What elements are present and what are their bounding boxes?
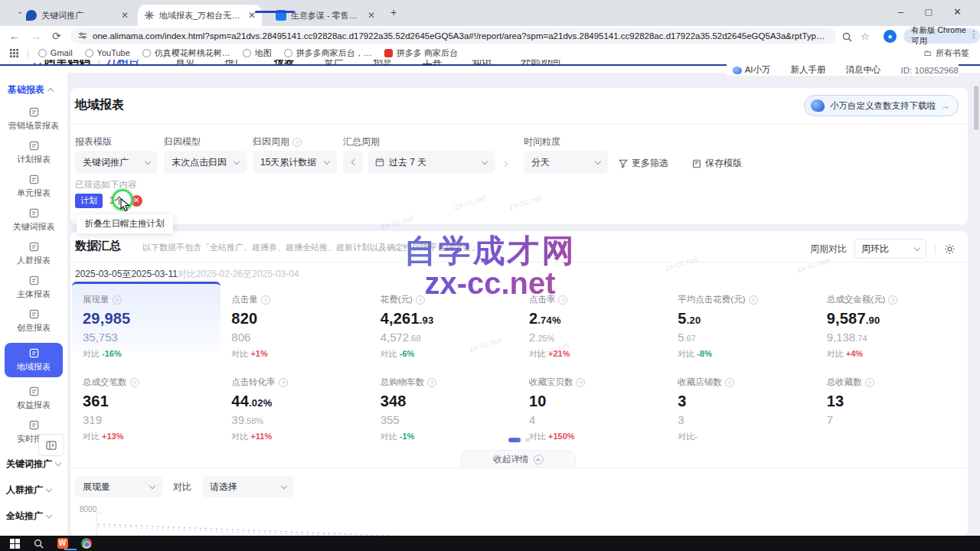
account-id: ID: 108252968	[901, 66, 959, 75]
chevron-left-icon	[351, 159, 357, 165]
sidebar-item-plan-report[interactable]: 计划报表	[0, 140, 67, 165]
help-icon: ?	[749, 295, 758, 305]
sidebar-item-creative-report[interactable]: 创意报表	[0, 308, 67, 334]
metric-card-item-favorites[interactable]: 收藏宝贝数? 10 4 对比 +150%	[518, 364, 667, 435]
active-app-indicator	[64, 549, 77, 550]
sidebar-group-basic-reports[interactable]: 基础报表	[0, 73, 67, 98]
metric-card-cost[interactable]: 花费(元)? 4,261.93 4,572.68 对比 -6%	[370, 282, 518, 352]
ai-xiaowan-button[interactable]: AI小万	[733, 64, 771, 76]
tab-close-icon[interactable]: ✕	[368, 11, 375, 20]
sidebar-section-sitewide-promotion[interactable]: 全站推广	[0, 510, 67, 523]
page-dot[interactable]	[525, 438, 530, 442]
chart-metric-select[interactable]: 展现量	[75, 476, 162, 497]
metric-card-clicks[interactable]: 点击量? 820 806 对比 +1%	[220, 282, 369, 352]
url-field[interactable]: one.alimama.com/index.html?spm=a21dvs.28…	[70, 28, 836, 44]
bookmark-sakura[interactable]: 仿真樱花树桃花树…	[142, 47, 230, 59]
divider	[70, 468, 968, 468]
metric-card-impressions[interactable]: 展现量? 29,985 35,753 对比 -16%	[72, 282, 220, 352]
date-range-select[interactable]: 过去 7 天	[368, 151, 495, 174]
new-tab-button[interactable]: +	[390, 6, 397, 18]
window-close-button[interactable]: ✕	[953, 6, 962, 18]
alimama-favicon-icon	[26, 10, 37, 21]
taskbar-search-icon[interactable]	[33, 538, 44, 549]
forward-button[interactable]: →	[31, 30, 41, 42]
granularity-select[interactable]: 分天	[524, 151, 608, 174]
metric-card-avg-cpc[interactable]: 平均点击花费(元)? 5.20 5.67 对比 -8%	[667, 282, 815, 352]
page-dot-active[interactable]	[508, 438, 521, 442]
site-settings-icon[interactable]	[78, 31, 87, 41]
plan-chip[interactable]: 计划	[75, 194, 103, 208]
sidebar-item-marketing-scene-report[interactable]: 营销场景报表	[0, 106, 67, 132]
metric-card-orders[interactable]: 总成交笔数? 361 319 对比 +13%	[72, 364, 220, 435]
help-icon: ?	[416, 295, 425, 305]
report-icon	[28, 386, 40, 397]
settings-gear-icon[interactable]	[944, 243, 956, 255]
metric-card-cvr[interactable]: 点击转化率? 44.02% 39.58% 对比 +11%	[220, 364, 369, 435]
chart-controls: 展现量 对比 请选择	[75, 476, 294, 497]
compare-select[interactable]: 周环比	[854, 239, 926, 259]
metric-card-carts[interactable]: 总购物车数? 348 355 对比 -1%	[370, 364, 518, 435]
sidebar-item-rights-report[interactable]: 权益报表	[0, 386, 67, 411]
metric-card-total-favorites[interactable]: 总收藏数? 13 7	[816, 364, 965, 435]
chrome-update-chip[interactable]: 有新版 Chrome 可用	[903, 28, 980, 44]
sidebar-item-area-report[interactable]: 地域报表	[5, 343, 63, 377]
help-icon: ?	[888, 295, 897, 305]
bookmark-star-icon[interactable]: ☆	[861, 31, 870, 42]
browser-tab[interactable]: 关键词推广 ✕	[20, 5, 135, 26]
profile-avatar[interactable]: ●	[884, 30, 897, 43]
wps-app-icon[interactable]: W	[57, 538, 68, 549]
reload-button[interactable]: ⟳	[52, 30, 61, 42]
metric-card-ctr[interactable]: 点击率? 2.74% 2.25% 对比 +21%	[518, 282, 667, 352]
sidebar-collapse-button[interactable]	[38, 434, 64, 456]
wanxiangtai-favicon-icon	[144, 10, 155, 21]
chrome-app-icon[interactable]	[80, 538, 92, 549]
template-select[interactable]: 关键词推广	[75, 151, 158, 174]
more-filters-button[interactable]: 更多筛选	[619, 157, 668, 170]
scrollbar-thumb[interactable]	[974, 86, 978, 130]
header-right-links: AI小万 新人手册 消息中心 ID: 108252968	[727, 64, 959, 76]
apps-grid-icon[interactable]	[9, 48, 19, 58]
metric-card-gmv[interactable]: 总成交金额(元)? 9,587.90 9,138.74 对比 +4%	[816, 282, 965, 352]
bookmark-gmail[interactable]: Gmail	[38, 48, 73, 57]
bookmark-pdd-seller[interactable]: 拼多多商家后台，…	[284, 47, 372, 59]
chevron-down-icon	[324, 158, 330, 164]
collapse-details-button[interactable]: 收起详情	[461, 450, 576, 468]
browser-tab-active[interactable]: 地域报表_万相台无界版 ✕	[138, 5, 262, 26]
message-center-link[interactable]: 消息中心	[846, 64, 881, 76]
browser-tab[interactable]: 生意参谋 - 零售电商大数据产… ✕	[270, 5, 381, 26]
prev-period-button[interactable]	[343, 151, 363, 174]
bookmark-maps[interactable]: 地图	[243, 47, 272, 59]
start-button[interactable]	[9, 538, 21, 549]
attribution-model-select[interactable]: 末次点击归因	[164, 151, 247, 174]
all-bookmarks-button[interactable]: 🗀所有书签	[923, 47, 969, 59]
back-button[interactable]: ←	[9, 30, 20, 42]
bookmark-youtube[interactable]: YouTube	[85, 48, 130, 57]
filter-label-period: 汇总周期	[343, 135, 380, 148]
next-period-button[interactable]	[502, 155, 507, 169]
sidebar-section-keyword-promotion[interactable]: 关键词推广	[0, 458, 67, 471]
newbie-manual-link[interactable]: 新人手册	[791, 64, 826, 76]
window-minimize-button[interactable]: –	[898, 6, 903, 18]
metric-card-shop-favorites[interactable]: 收藏店铺数? 3 3 对比-	[667, 364, 815, 435]
scrollbar-track[interactable]	[974, 77, 978, 533]
chart-compare-select[interactable]: 请选择	[202, 476, 294, 497]
globe-icon	[142, 49, 151, 57]
chevron-right-icon	[501, 161, 508, 167]
xiaowan-download-banner[interactable]: 小万自定义查数支持下载啦 →	[804, 95, 959, 116]
browser-menu-icon[interactable]: ⋮	[969, 29, 978, 40]
globe-icon	[38, 49, 47, 57]
sidebar-item-keyword-report[interactable]: 关键词报表	[0, 207, 67, 233]
save-template-button[interactable]: 保存模版	[692, 157, 742, 170]
sidebar-section-audience-promotion[interactable]: 人群推广	[0, 484, 67, 497]
sidebar-item-unit-report[interactable]: 单元报表	[0, 174, 67, 199]
tab-close-icon[interactable]: ✕	[121, 11, 129, 20]
bookmark-pdd-backend[interactable]: 拼多多 商家后台	[384, 47, 458, 59]
report-icon	[28, 174, 40, 185]
sidebar-item-audience-report[interactable]: 人群报表	[0, 241, 67, 266]
zoom-icon[interactable]	[842, 32, 852, 42]
tab-title: 生意参谋 - 零售电商大数据产…	[291, 10, 363, 21]
window-maximize-button[interactable]: ▢	[925, 7, 933, 17]
sidebar-item-subject-report[interactable]: 主体报表	[0, 275, 67, 300]
attribution-cycle-select[interactable]: 15天累计数据	[253, 151, 337, 174]
help-icon: ?	[576, 378, 585, 387]
